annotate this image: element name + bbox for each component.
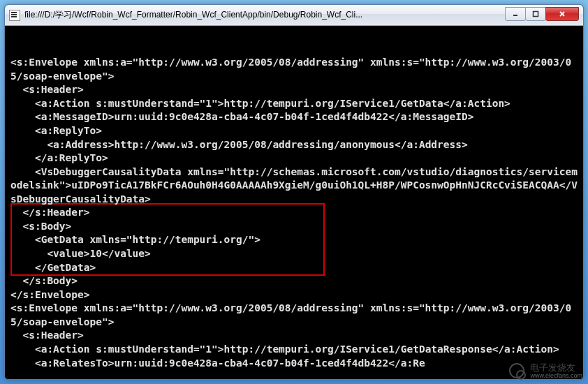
xml-line: <a:Action s:mustUnderstand="1">http://te… [10,344,559,355]
close-button[interactable] [545,7,579,21]
xml-line: <s:Body> [10,221,71,232]
xml-line: <a:Address>http://www.w3.org/2005/08/add… [10,139,468,150]
console-text: <s:Envelope xmlns:a="http://www.w3.org/2… [10,56,578,370]
watermark-logo-icon [509,363,526,380]
close-icon [559,10,566,17]
xml-line: <a:ReplyTo> [10,125,102,136]
app-icon [9,10,20,21]
maximize-button[interactable] [525,7,546,21]
maximize-icon [532,10,539,17]
titlebar[interactable]: file:///D:/学习/Wcf/Robin_Wcf_Formatter/Ro… [5,5,583,26]
minimize-button[interactable] [505,7,526,21]
xml-line: </s:Envelope> [10,289,90,300]
terminal-window: file:///D:/学习/Wcf/Robin_Wcf_Formatter/Ro… [4,4,584,380]
xml-line: </GetData> [10,262,96,273]
xml-line: <s:Header> [10,330,84,341]
xml-line: <s:Envelope xmlns:a="http://www.w3.org/2… [10,57,571,82]
xml-line: <a:RelatesTo>urn:uuid:9c0e428a-cba4-4c07… [10,357,425,369]
watermark-url: www.elecfans.com [530,373,582,380]
watermark-brand: 电子发烧友 [530,363,582,373]
window-controls [506,7,579,21]
xml-line: </s:Header> [10,207,90,218]
minimize-icon [512,10,519,17]
xml-line: </a:ReplyTo> [10,152,108,163]
xml-line: <VsDebuggerCausalityData xmlns="http://s… [10,166,578,205]
xml-line: </s:Body> [10,275,78,286]
console-output[interactable]: <s:Envelope xmlns:a="http://www.w3.org/2… [5,26,583,379]
svg-rect-1 [534,11,538,16]
xml-line: <s:Header> [10,84,84,95]
xml-line: <a:MessageID>urn:uuid:9c0e428a-cba4-4c07… [10,111,473,122]
watermark: 电子发烧友 www.elecfans.com [509,363,582,380]
window-title: file:///D:/学习/Wcf/Robin_Wcf_Formatter/Ro… [24,9,506,21]
xml-line: <value>10</value> [10,248,151,259]
xml-line: <a:Action s:mustUnderstand="1">http://te… [10,98,510,109]
xml-line: <s:Envelope xmlns:a="http://www.w3.org/2… [10,302,571,327]
xml-line: <GetData xmlns="http://tempuri.org/"> [10,234,260,245]
